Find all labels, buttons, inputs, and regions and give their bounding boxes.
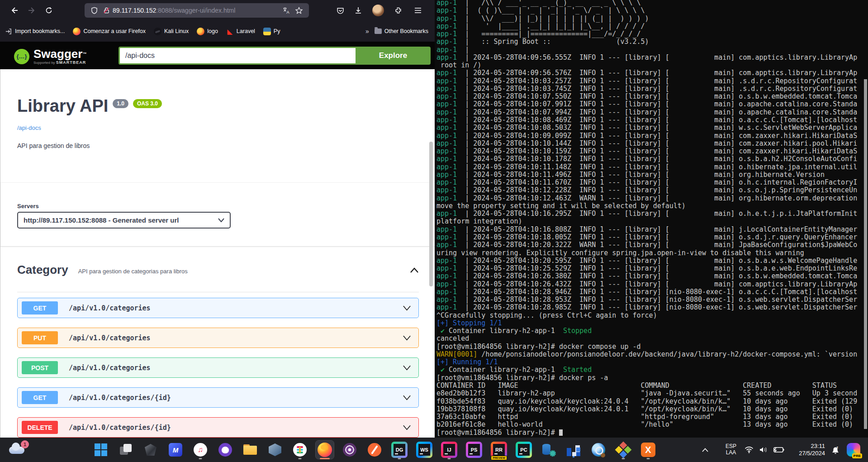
chevron-down-icon[interactable] <box>403 335 411 341</box>
chevron-down-icon[interactable] <box>403 305 411 311</box>
downloads-icon[interactable] <box>351 3 365 18</box>
terminal-line: app-1 | 2024-05-28T04:10:25.529Z INFO 1 … <box>436 265 863 272</box>
taskbar-icons: M♫DGWSIJPSRRPREVIEWPCX <box>92 441 657 459</box>
bookmark-item[interactable]: ◣Laravel <box>226 28 255 35</box>
language-indicator[interactable]: ESPLAA <box>721 438 741 462</box>
wifi-icon[interactable] <box>745 438 754 462</box>
endpoint-row[interactable]: PUT/api/v1.0/categories <box>17 328 419 348</box>
menu-icon[interactable] <box>411 3 425 18</box>
shield-icon[interactable] <box>91 7 98 14</box>
webstorm-icon[interactable]: WS <box>415 441 433 459</box>
itunes-icon[interactable]: ♫ <box>191 441 209 459</box>
server-select-value: http://89.117.150.152:8088 - Generated s… <box>24 216 179 224</box>
rustrover-icon[interactable]: RRPREVIEW <box>490 441 508 459</box>
page-title: Library API 1.0 OAS 3.0 <box>17 96 162 116</box>
terminal-line: app-1 | 2024-05-28T04:09:56.555Z INFO 1 … <box>436 54 863 62</box>
terminal-line: app-1 | 2024-05-28T04:10:07.991Z INFO 1 … <box>436 100 863 108</box>
m-app-icon[interactable]: M <box>166 441 185 459</box>
phpstorm-icon[interactable]: PS <box>465 441 483 459</box>
task-view-icon <box>120 444 132 456</box>
pocket-icon[interactable] <box>333 3 347 18</box>
tray-expand-chevron-icon[interactable] <box>702 438 708 462</box>
version-badge: 1.0 <box>113 99 128 108</box>
preview-badge: PREVIEW <box>491 456 507 460</box>
folder-icon <box>375 29 382 34</box>
volume-icon[interactable] <box>759 438 768 462</box>
bookmark-item[interactable]: Py <box>263 28 280 35</box>
insecure-lock-icon[interactable] <box>103 7 110 14</box>
tag-header[interactable]: Category API para gestion de categorias … <box>17 263 419 277</box>
pixel-stairs-app-icon[interactable] <box>564 441 583 459</box>
reload-button[interactable] <box>42 3 56 18</box>
terminal-line: app-1 | 2024-05-28T04:10:16.295Z INFO 1 … <box>436 210 863 218</box>
account-avatar[interactable] <box>371 3 385 18</box>
clock[interactable]: 23:11 27/5/2024 <box>789 438 825 462</box>
gem-app-icon[interactable] <box>142 441 160 459</box>
terminal-scrollbar[interactable] <box>864 79 867 429</box>
back-button[interactable] <box>7 3 22 18</box>
bookmark-item[interactable]: logo <box>197 28 218 35</box>
terminal-line: app-1 | 2024-05-28T04:10:28.985Z INFO 1 … <box>436 304 863 311</box>
endpoint-row[interactable]: GET/api/v1.0/categories <box>17 298 419 318</box>
virtualbox-icon[interactable] <box>266 441 284 459</box>
svg-text:A: A <box>287 10 289 14</box>
four-color-diamond-icon <box>615 442 632 458</box>
copilot-icon[interactable]: PRE <box>847 438 860 462</box>
bookmark-item[interactable]: Kali Linux <box>154 28 189 35</box>
notification-bell-icon[interactable]: z <box>830 438 840 462</box>
globe-search-icon[interactable] <box>589 441 607 459</box>
chevron-down-icon[interactable] <box>403 425 411 430</box>
endpoint-row[interactable]: GET/api/v1.0/categories/{id} <box>17 387 419 408</box>
forward-button[interactable] <box>24 3 39 18</box>
terminal-line: app-1 | 2024-05-28T04:10:11.670Z INFO 1 … <box>436 179 863 186</box>
chevron-down-icon[interactable] <box>403 395 411 400</box>
battery-icon[interactable] <box>773 438 784 462</box>
color-diamond-app-icon[interactable] <box>614 441 632 459</box>
datagrip-icon[interactable]: DG <box>390 441 408 459</box>
servers-label: Servers <box>17 203 39 210</box>
other-bookmarks-folder[interactable]: Other Bookmarks <box>375 28 428 34</box>
endpoint-path: /api/v1.0/categories <box>69 304 151 312</box>
terminal-cursor <box>559 429 563 436</box>
xampp-icon[interactable]: X <box>639 441 657 459</box>
weather-widget[interactable]: 1 <box>8 441 29 458</box>
translate-icon[interactable]: A <box>283 7 290 14</box>
terminal-line: move the property setting and it will be… <box>436 202 863 210</box>
terminal-line: ^CGracefully stopping... (press Ctrl+C a… <box>436 312 863 319</box>
chevron-up-icon[interactable] <box>410 267 419 273</box>
tor-browser-icon[interactable] <box>341 441 359 459</box>
terminal-window[interactable]: app-1 | /\\ / ___'_ __ _ _(_)_ __ __ _ \… <box>435 0 868 438</box>
endpoint-row[interactable]: DELETE/api/v1.0/categories/{id} <box>17 417 419 438</box>
extensions-icon[interactable] <box>391 3 405 18</box>
other-bookmarks-label: Other Bookmarks <box>384 28 428 34</box>
pycharm-icon[interactable]: PC <box>515 441 533 459</box>
firefox-icon[interactable] <box>316 441 334 459</box>
terminal-line: app-1 | 2024-05-28T04:10:10.178Z INFO 1 … <box>436 155 863 163</box>
bookmark-label: Laravel <box>237 28 255 34</box>
file-explorer-icon[interactable] <box>241 441 259 459</box>
explore-button[interactable]: Explore <box>356 47 431 65</box>
terminal-line: app-1 | 2024-05-28T04:10:26.380Z INFO 1 … <box>436 272 863 280</box>
bookmark-star-icon[interactable] <box>295 7 303 14</box>
chevron-down-icon[interactable] <box>403 365 411 371</box>
url-bar[interactable]: 89.117.150.152:8088/swagger-ui/index.htm… <box>85 3 309 18</box>
postman-icon[interactable] <box>365 441 384 459</box>
rustrover-logo-icon: RRPREVIEW <box>491 442 507 458</box>
bookmarks-overflow-chevron[interactable]: » <box>365 28 368 35</box>
spec-url-input[interactable] <box>119 47 356 65</box>
endpoint-row[interactable]: POST/api/v1.0/categories <box>17 357 419 378</box>
bookmark-item[interactable]: Comenzar a usar Firefox <box>73 28 146 35</box>
datagrip-logo-icon: DG <box>391 442 408 458</box>
spec-link[interactable]: /api-docs <box>17 124 41 131</box>
bookmark-item[interactable]: Import bookmarks... <box>5 28 65 35</box>
database-monitor-icon[interactable] <box>540 441 558 459</box>
browser-scrollbar[interactable] <box>429 142 433 286</box>
start-button[interactable] <box>92 441 110 459</box>
intellij-icon[interactable]: IJ <box>440 441 458 459</box>
terminal-line: b2016ef61c8e hello-world "/hello" 13 day… <box>436 421 863 429</box>
server-select[interactable]: http://89.117.150.152:8088 - Generated s… <box>17 212 231 229</box>
slack-icon[interactable] <box>291 441 309 459</box>
github-desktop-icon[interactable] <box>216 441 234 459</box>
running-indicator <box>398 458 401 459</box>
task-view-button[interactable] <box>117 441 135 459</box>
